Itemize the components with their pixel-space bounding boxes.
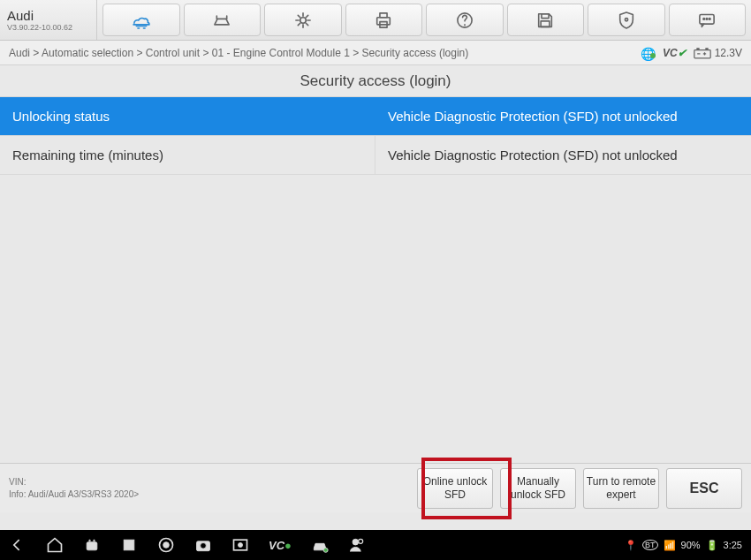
location-icon: 📍 [625, 540, 637, 551]
toolbar-lift-button[interactable] [184, 4, 262, 36]
android-icon[interactable] [83, 536, 101, 554]
svg-rect-5 [542, 13, 549, 18]
svg-point-27 [359, 539, 363, 543]
help-icon [453, 9, 476, 32]
top-toolbar: Audi V3.90.22-10.00.62 [0, 0, 751, 41]
toolbar-shield-button[interactable] [588, 4, 665, 36]
shield-icon [615, 9, 638, 32]
svg-rect-12 [694, 49, 709, 57]
printer-icon [372, 9, 395, 32]
wifi-icon: 📶 [664, 540, 676, 551]
row-value: Vehicle Diagnostic Protection (SFD) not … [376, 136, 751, 174]
user-nav-icon[interactable] [348, 536, 366, 554]
svg-point-11 [709, 18, 711, 19]
data-table: Unlocking status Vehicle Diagnostic Prot… [0, 97, 751, 175]
vci-nav-icon[interactable]: VC● [269, 539, 292, 552]
vehicle-info: Info: Audi/Audi A3/S3/RS3 2020> [9, 488, 417, 501]
back-icon[interactable] [9, 536, 27, 554]
footer-bar: VIN: Info: Audi/Audi A3/S3/RS3 2020> Onl… [0, 463, 751, 512]
svg-point-17 [94, 540, 95, 541]
toolbar-save-button[interactable] [507, 4, 585, 36]
vci-status: VC✔ [663, 47, 687, 59]
esc-button[interactable]: ESC [666, 468, 742, 509]
car-cloud-icon [130, 9, 153, 32]
online-unlock-sfd-button[interactable]: Online unlock SFD [417, 468, 493, 509]
vin-label: VIN: [9, 476, 417, 488]
home-icon[interactable] [46, 536, 64, 554]
battery-icon: 🔋 [706, 540, 718, 551]
toolbar-car-cloud-button[interactable] [102, 4, 180, 36]
svg-point-25 [323, 548, 328, 552]
svg-rect-15 [87, 542, 97, 550]
svg-rect-14 [705, 48, 708, 50]
svg-point-26 [353, 539, 359, 545]
battery-pct: 90% [681, 540, 701, 550]
clock: 3:25 [724, 540, 742, 550]
toolbar-feedback-button[interactable] [669, 4, 747, 36]
svg-point-16 [89, 540, 91, 541]
breadcrumb-row: Audi > Automatic selection > Control uni… [0, 41, 751, 65]
row-label: Remaining time (minutes) [0, 136, 376, 174]
vehicle-battery: 12.3V [694, 47, 742, 59]
page-title: Security access (login) [0, 65, 751, 97]
status-cluster: 🌐 VC✔ 12.3V [641, 44, 742, 61]
camera-icon[interactable] [194, 536, 212, 554]
toolbar-settings-button[interactable] [264, 4, 342, 36]
car-battery-icon [694, 47, 711, 59]
car-nav-icon[interactable] [311, 536, 329, 554]
svg-point-0 [300, 17, 307, 23]
svg-rect-6 [541, 20, 550, 26]
row-label: Unlocking status [0, 97, 376, 135]
brand-version: V3.90.22-10.00.62 [7, 23, 89, 32]
chrome-icon[interactable] [157, 536, 175, 554]
bt-icon: BT [642, 540, 658, 550]
toolbar-help-button[interactable] [426, 4, 504, 36]
svg-rect-13 [696, 48, 699, 50]
row-value: Vehicle Diagnostic Protection (SFD) not … [376, 97, 751, 135]
toolbar-buttons [97, 0, 751, 40]
svg-point-22 [201, 543, 207, 549]
voltage-value: 12.3V [715, 47, 742, 59]
chat-icon [695, 9, 718, 32]
brightness-icon[interactable] [231, 536, 249, 554]
nav-left: VC● [9, 536, 625, 554]
nav-right: 📍 BT 📶 90% 🔋 3:25 [625, 540, 742, 551]
svg-point-10 [706, 18, 708, 19]
breadcrumb: Audi > Automatic selection > Control uni… [9, 47, 641, 59]
lift-icon [210, 9, 233, 32]
table-row[interactable]: Remaining time (minutes) Vehicle Diagnos… [0, 136, 751, 175]
brand-name: Audi [7, 8, 89, 23]
brand-block: Audi V3.90.22-10.00.62 [0, 0, 97, 40]
save-icon [534, 9, 557, 32]
manually-unlock-sfd-button[interactable]: Manually unlock SFD [500, 468, 576, 509]
turn-to-remote-expert-button[interactable]: Turn to remote expert [583, 468, 659, 509]
svg-point-20 [163, 542, 170, 549]
svg-point-9 [703, 18, 705, 19]
android-navbar: VC● 📍 BT 📶 90% 🔋 3:25 [0, 530, 751, 560]
svg-point-7 [625, 18, 627, 20]
gear-icon [292, 9, 315, 32]
table-row[interactable]: Unlocking status Vehicle Diagnostic Prot… [0, 97, 751, 136]
footer-buttons: Online unlock SFD Manually unlock SFD Tu… [417, 468, 742, 509]
toolbar-print-button[interactable] [345, 4, 423, 36]
globe-online-icon: 🌐 [641, 44, 656, 61]
footer-info: VIN: Info: Audi/Audi A3/S3/RS3 2020> [9, 476, 417, 501]
svg-point-24 [239, 543, 243, 548]
recent-icon[interactable] [120, 536, 138, 554]
svg-rect-2 [380, 12, 387, 17]
svg-rect-18 [124, 540, 134, 550]
